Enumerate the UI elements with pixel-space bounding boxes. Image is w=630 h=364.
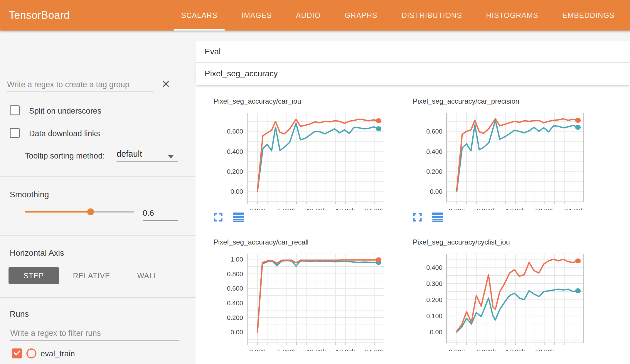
tag-group-title: Pixel_seg_accuracy xyxy=(205,69,278,78)
runs-filter-input[interactable] xyxy=(10,326,179,341)
smoothing-value[interactable]: 0.6 xyxy=(143,208,154,218)
checkbox-data-download-links[interactable] xyxy=(10,128,20,138)
svg-text:12.00k: 12.00k xyxy=(506,348,525,351)
chart-title: Pixel_seg_accuracy/car_iou xyxy=(213,97,407,107)
svg-text:24.00k: 24.00k xyxy=(365,348,385,351)
divider xyxy=(0,235,196,236)
chart-card-car-iou: Pixel_seg_accuracy/car_iou 0.0006.000k12… xyxy=(213,97,407,222)
horizontal-axis-label: Horizontal Axis xyxy=(10,248,64,258)
chart-card-cyclist-iou: Pixel_seg_accuracy/cyclist_iou 0.0006.00… xyxy=(413,238,607,351)
value-underline xyxy=(143,220,178,221)
chart-card-car-recall: Pixel_seg_accuracy/car_recall 0.0006.000… xyxy=(213,238,407,351)
tab-embeddings[interactable]: EMBEDDINGS xyxy=(553,0,624,31)
svg-text:18.00k: 18.00k xyxy=(336,207,355,210)
svg-text:24.00k: 24.00k xyxy=(564,207,584,210)
expand-chart-icon[interactable] xyxy=(213,213,223,222)
svg-text:0.600: 0.600 xyxy=(227,285,243,292)
line-chart-car-iou[interactable]: 0.0006.000k12.00k18.00k24.00k0.000.2000.… xyxy=(213,107,395,210)
app-header: TensorBoard SCALARS IMAGES AUDIO GRAPHS … xyxy=(0,0,630,31)
svg-text:18.00k: 18.00k xyxy=(535,207,555,210)
svg-text:0.00: 0.00 xyxy=(230,328,243,336)
runs-selector-icon[interactable] xyxy=(233,212,244,222)
svg-text:12.00k: 12.00k xyxy=(306,207,326,210)
svg-text:6.000k: 6.000k xyxy=(476,348,496,351)
runs-selector-icon[interactable] xyxy=(432,212,443,222)
line-chart-car-precision[interactable]: 0.0006.000k12.00k18.00k24.00k0.000.2000.… xyxy=(413,107,595,210)
svg-text:0.200: 0.200 xyxy=(426,296,442,304)
svg-text:12.00k: 12.00k xyxy=(306,348,326,351)
svg-text:12.00k: 12.00k xyxy=(506,207,525,210)
axis-relative-button[interactable]: RELATIVE xyxy=(70,267,114,284)
tag-group-header-pixel-seg-accuracy[interactable]: Pixel_seg_accuracy xyxy=(196,63,630,85)
smoothing-slider[interactable] xyxy=(25,211,134,213)
tab-histograms[interactable]: HISTOGRAMS xyxy=(477,0,548,31)
chart-card-car-precision: Pixel_seg_accuracy/car_precision 0.0006.… xyxy=(413,97,607,222)
tab-graphs[interactable]: GRAPHS xyxy=(335,0,387,31)
svg-text:0.00: 0.00 xyxy=(430,328,442,336)
svg-text:0.00: 0.00 xyxy=(430,188,442,195)
charts-panel: Pixel_seg_accuracy/car_iou 0.0006.000k12… xyxy=(196,85,630,364)
run-color-circle[interactable] xyxy=(26,348,36,358)
svg-text:0.400: 0.400 xyxy=(227,299,243,307)
svg-text:0.200: 0.200 xyxy=(426,168,442,175)
svg-text:18.00k: 18.00k xyxy=(535,348,555,351)
chart-actions xyxy=(213,212,407,222)
svg-text:0.000: 0.000 xyxy=(249,207,265,210)
tooltip-sorting-label: Tooltip sorting method: xyxy=(25,151,105,161)
checkbox-split-on-underscores[interactable] xyxy=(10,105,20,115)
line-chart-cyclist-iou[interactable]: 0.0006.000k12.00k18.00k0.000.1000.2000.3… xyxy=(413,248,595,351)
chart-title: Pixel_seg_accuracy/car_recall xyxy=(213,238,407,248)
svg-text:24.00k: 24.00k xyxy=(365,207,385,210)
svg-text:0.200: 0.200 xyxy=(227,314,243,321)
sidebar: ✕ Split on underscores Data download lin… xyxy=(0,31,196,364)
run-checkbox[interactable] xyxy=(12,348,22,358)
svg-text:0.800: 0.800 xyxy=(227,270,243,278)
tooltip-sorting-select[interactable]: default xyxy=(117,149,142,159)
slider-thumb[interactable] xyxy=(87,208,94,215)
axis-step-button[interactable]: STEP xyxy=(9,267,59,284)
chart-actions xyxy=(413,212,607,222)
svg-text:0.200: 0.200 xyxy=(227,168,243,175)
app-title: TensorBoard xyxy=(9,0,70,31)
svg-text:6.000k: 6.000k xyxy=(277,348,297,351)
svg-text:0.000: 0.000 xyxy=(449,348,465,351)
svg-text:0.400: 0.400 xyxy=(426,264,442,271)
line-chart-car-recall[interactable]: 0.0006.000k12.00k18.00k24.00k0.000.2000.… xyxy=(213,248,395,351)
chart-title: Pixel_seg_accuracy/car_precision xyxy=(413,97,607,107)
tab-audio[interactable]: AUDIO xyxy=(287,0,330,31)
divider xyxy=(0,176,196,177)
chart-title: Pixel_seg_accuracy/cyclist_iou xyxy=(413,238,607,248)
tab-scalars[interactable]: SCALARS xyxy=(172,0,227,31)
runs-label: Runs xyxy=(10,309,29,319)
tag-filter-input[interactable] xyxy=(6,77,154,92)
svg-text:0.400: 0.400 xyxy=(227,148,243,155)
tab-images[interactable]: IMAGES xyxy=(232,0,281,31)
svg-text:1.00: 1.00 xyxy=(230,256,243,263)
svg-text:6.000k: 6.000k xyxy=(277,207,297,210)
chevron-down-icon[interactable] xyxy=(168,155,174,159)
checkbox-label: Split on underscores xyxy=(29,107,101,116)
svg-text:0.000: 0.000 xyxy=(449,207,465,210)
divider xyxy=(0,297,196,298)
smoothing-label: Smoothing xyxy=(10,190,49,199)
tab-distributions[interactable]: DISTRIBUTIONS xyxy=(392,0,471,31)
svg-text:0.400: 0.400 xyxy=(426,148,442,155)
section-header-eval[interactable]: Eval xyxy=(196,41,630,63)
section-title: Eval xyxy=(205,47,220,56)
svg-text:0.600: 0.600 xyxy=(227,128,243,135)
checkbox-label: Data download links xyxy=(29,129,100,138)
expand-chart-icon[interactable] xyxy=(413,213,422,222)
svg-text:0.100: 0.100 xyxy=(426,312,442,320)
top-nav: SCALARS IMAGES AUDIO GRAPHS DISTRIBUTION… xyxy=(172,0,624,31)
axis-wall-button[interactable]: WALL xyxy=(126,267,170,284)
run-row-eval-train: eval_train xyxy=(0,348,196,360)
close-icon[interactable]: ✕ xyxy=(161,78,170,90)
select-underline xyxy=(117,161,178,162)
svg-text:0.600: 0.600 xyxy=(426,128,442,135)
svg-text:0.00: 0.00 xyxy=(230,188,243,195)
run-label: eval_train xyxy=(41,349,75,358)
svg-text:6.000k: 6.000k xyxy=(476,207,496,210)
slider-fill xyxy=(25,211,90,213)
svg-text:0.300: 0.300 xyxy=(426,280,442,287)
svg-text:0.000: 0.000 xyxy=(249,348,265,351)
